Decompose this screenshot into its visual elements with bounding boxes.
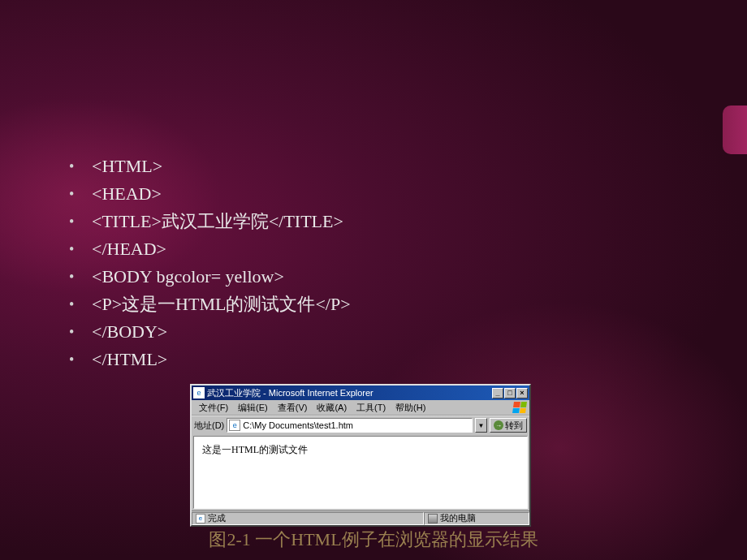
code-line: <BODY bgcolor= yellow> — [69, 263, 351, 291]
menu-file[interactable]: 文件(F) — [195, 402, 232, 414]
addressbar: 地址(D) e C:\My Documents\test1.htm ▼ → 转到 — [192, 416, 529, 434]
status-left-panel: e 完成 — [192, 512, 424, 525]
ie-icon: e — [193, 387, 205, 398]
menubar: 文件(F) 编辑(E) 查看(V) 收藏(A) 工具(T) 帮助(H) — [192, 400, 529, 415]
menu-items: 文件(F) 编辑(E) 查看(V) 收藏(A) 工具(T) 帮助(H) — [195, 402, 430, 414]
page-content: 这是一HTML的测试文件 — [193, 436, 528, 509]
statusbar: e 完成 我的电脑 — [192, 510, 529, 525]
go-label: 转到 — [505, 420, 523, 432]
page-text: 这是一HTML的测试文件 — [202, 444, 308, 455]
code-listing: <HTML> <HEAD> <TITLE>武汉工业学院</TITLE> </HE… — [69, 153, 351, 373]
code-line: <P>这是一HTML的测试文件</P> — [69, 291, 351, 318]
my-computer-icon — [428, 514, 438, 523]
go-button[interactable]: → 转到 — [490, 418, 527, 433]
menu-edit[interactable]: 编辑(E) — [234, 402, 272, 414]
menu-view[interactable]: 查看(V) — [274, 402, 312, 414]
code-line: </BODY> — [69, 318, 351, 346]
address-input[interactable]: e C:\My Documents\test1.htm — [227, 418, 473, 433]
code-line: </HTML> — [69, 346, 351, 373]
minimize-button[interactable]: _ — [492, 388, 503, 398]
done-icon: e — [196, 514, 205, 523]
close-button[interactable]: × — [516, 388, 528, 398]
code-line: <HEAD> — [69, 180, 351, 208]
menu-favorites[interactable]: 收藏(A) — [313, 402, 351, 414]
slide-accent — [723, 106, 747, 154]
windows-logo-icon — [512, 402, 527, 413]
menu-help[interactable]: 帮助(H) — [391, 402, 430, 414]
code-line: </HEAD> — [69, 235, 351, 263]
status-right-panel: 我的电脑 — [424, 512, 529, 525]
status-done-label: 完成 — [208, 512, 226, 524]
code-line: <HTML> — [69, 153, 351, 180]
window-controls: _ □ × — [492, 388, 528, 398]
maximize-button[interactable]: □ — [504, 388, 516, 398]
go-arrow-icon: → — [494, 420, 503, 430]
address-dropdown-button[interactable]: ▼ — [475, 418, 487, 433]
titlebar: e 武汉工业学院 - Microsoft Internet Explorer _… — [192, 386, 529, 400]
address-label: 地址(D) — [194, 420, 224, 432]
window-title: 武汉工业学院 - Microsoft Internet Explorer — [207, 387, 492, 399]
code-line: <TITLE>武汉工业学院</TITLE> — [69, 208, 351, 235]
page-icon: e — [229, 420, 240, 431]
menu-tools[interactable]: 工具(T) — [352, 402, 390, 414]
browser-window: e 武汉工业学院 - Microsoft Internet Explorer _… — [190, 384, 531, 527]
status-zone-label: 我的电脑 — [440, 512, 476, 524]
figure-caption: 图2-1 一个HTML例子在浏览器的显示结果 — [0, 528, 747, 552]
address-value: C:\My Documents\test1.htm — [243, 420, 353, 430]
